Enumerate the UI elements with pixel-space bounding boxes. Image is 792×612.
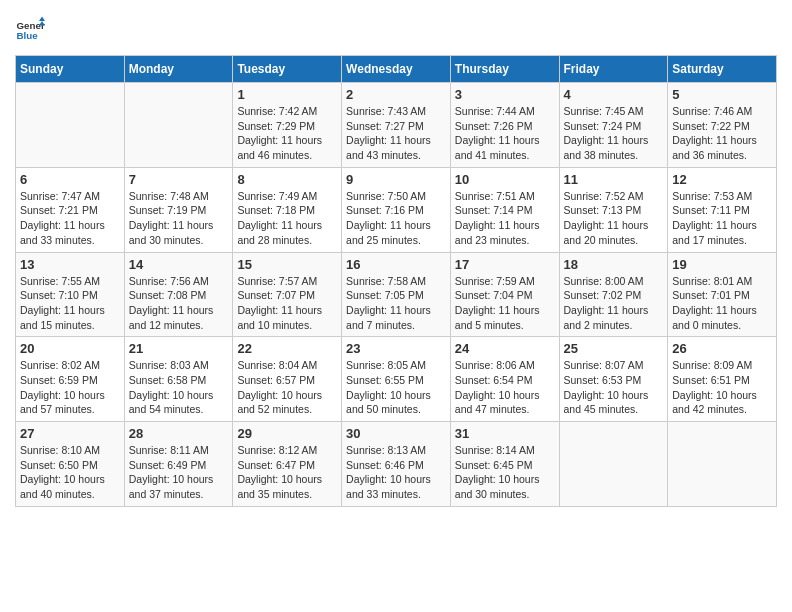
day-number: 27 [20,426,120,441]
day-of-week-header: Saturday [668,56,777,83]
calendar-cell: 24Sunrise: 8:06 AMSunset: 6:54 PMDayligh… [450,337,559,422]
logo-icon: General Blue [15,15,45,45]
day-detail: Sunrise: 8:03 AMSunset: 6:58 PMDaylight:… [129,358,229,417]
calendar-cell: 5Sunrise: 7:46 AMSunset: 7:22 PMDaylight… [668,83,777,168]
day-number: 1 [237,87,337,102]
calendar-cell: 31Sunrise: 8:14 AMSunset: 6:45 PMDayligh… [450,422,559,507]
day-detail: Sunrise: 7:53 AMSunset: 7:11 PMDaylight:… [672,189,772,248]
calendar-cell: 3Sunrise: 7:44 AMSunset: 7:26 PMDaylight… [450,83,559,168]
day-detail: Sunrise: 8:13 AMSunset: 6:46 PMDaylight:… [346,443,446,502]
day-detail: Sunrise: 7:47 AMSunset: 7:21 PMDaylight:… [20,189,120,248]
page-header: General Blue [15,15,777,45]
calendar-cell: 7Sunrise: 7:48 AMSunset: 7:19 PMDaylight… [124,167,233,252]
day-number: 5 [672,87,772,102]
day-number: 29 [237,426,337,441]
calendar-cell: 11Sunrise: 7:52 AMSunset: 7:13 PMDayligh… [559,167,668,252]
day-detail: Sunrise: 8:02 AMSunset: 6:59 PMDaylight:… [20,358,120,417]
day-detail: Sunrise: 7:59 AMSunset: 7:04 PMDaylight:… [455,274,555,333]
calendar-cell: 1Sunrise: 7:42 AMSunset: 7:29 PMDaylight… [233,83,342,168]
calendar-cell: 30Sunrise: 8:13 AMSunset: 6:46 PMDayligh… [342,422,451,507]
day-detail: Sunrise: 7:58 AMSunset: 7:05 PMDaylight:… [346,274,446,333]
day-number: 28 [129,426,229,441]
day-detail: Sunrise: 7:52 AMSunset: 7:13 PMDaylight:… [564,189,664,248]
day-of-week-header: Wednesday [342,56,451,83]
calendar-cell: 8Sunrise: 7:49 AMSunset: 7:18 PMDaylight… [233,167,342,252]
day-number: 13 [20,257,120,272]
svg-marker-2 [39,17,45,22]
calendar-cell: 28Sunrise: 8:11 AMSunset: 6:49 PMDayligh… [124,422,233,507]
calendar-cell: 9Sunrise: 7:50 AMSunset: 7:16 PMDaylight… [342,167,451,252]
day-number: 2 [346,87,446,102]
day-detail: Sunrise: 8:11 AMSunset: 6:49 PMDaylight:… [129,443,229,502]
day-detail: Sunrise: 8:06 AMSunset: 6:54 PMDaylight:… [455,358,555,417]
day-detail: Sunrise: 8:14 AMSunset: 6:45 PMDaylight:… [455,443,555,502]
day-detail: Sunrise: 7:56 AMSunset: 7:08 PMDaylight:… [129,274,229,333]
calendar-cell: 12Sunrise: 7:53 AMSunset: 7:11 PMDayligh… [668,167,777,252]
calendar-cell: 20Sunrise: 8:02 AMSunset: 6:59 PMDayligh… [16,337,125,422]
calendar-cell [668,422,777,507]
calendar-cell: 4Sunrise: 7:45 AMSunset: 7:24 PMDaylight… [559,83,668,168]
calendar-table: SundayMondayTuesdayWednesdayThursdayFrid… [15,55,777,507]
calendar-cell: 25Sunrise: 8:07 AMSunset: 6:53 PMDayligh… [559,337,668,422]
calendar-cell: 18Sunrise: 8:00 AMSunset: 7:02 PMDayligh… [559,252,668,337]
calendar-cell: 19Sunrise: 8:01 AMSunset: 7:01 PMDayligh… [668,252,777,337]
day-detail: Sunrise: 7:44 AMSunset: 7:26 PMDaylight:… [455,104,555,163]
day-number: 16 [346,257,446,272]
day-number: 14 [129,257,229,272]
calendar-cell [559,422,668,507]
calendar-cell: 21Sunrise: 8:03 AMSunset: 6:58 PMDayligh… [124,337,233,422]
day-of-week-header: Thursday [450,56,559,83]
day-detail: Sunrise: 7:46 AMSunset: 7:22 PMDaylight:… [672,104,772,163]
calendar-cell: 15Sunrise: 7:57 AMSunset: 7:07 PMDayligh… [233,252,342,337]
calendar-cell: 29Sunrise: 8:12 AMSunset: 6:47 PMDayligh… [233,422,342,507]
calendar-cell: 27Sunrise: 8:10 AMSunset: 6:50 PMDayligh… [16,422,125,507]
day-detail: Sunrise: 8:10 AMSunset: 6:50 PMDaylight:… [20,443,120,502]
calendar-header-row: SundayMondayTuesdayWednesdayThursdayFrid… [16,56,777,83]
calendar-cell: 17Sunrise: 7:59 AMSunset: 7:04 PMDayligh… [450,252,559,337]
day-detail: Sunrise: 8:00 AMSunset: 7:02 PMDaylight:… [564,274,664,333]
day-number: 12 [672,172,772,187]
day-of-week-header: Friday [559,56,668,83]
day-detail: Sunrise: 7:50 AMSunset: 7:16 PMDaylight:… [346,189,446,248]
day-detail: Sunrise: 7:55 AMSunset: 7:10 PMDaylight:… [20,274,120,333]
svg-text:Blue: Blue [17,30,39,41]
day-detail: Sunrise: 8:07 AMSunset: 6:53 PMDaylight:… [564,358,664,417]
day-number: 20 [20,341,120,356]
calendar-week-row: 20Sunrise: 8:02 AMSunset: 6:59 PMDayligh… [16,337,777,422]
day-detail: Sunrise: 7:43 AMSunset: 7:27 PMDaylight:… [346,104,446,163]
day-number: 30 [346,426,446,441]
day-number: 3 [455,87,555,102]
calendar-cell [124,83,233,168]
calendar-week-row: 13Sunrise: 7:55 AMSunset: 7:10 PMDayligh… [16,252,777,337]
day-number: 31 [455,426,555,441]
day-detail: Sunrise: 8:05 AMSunset: 6:55 PMDaylight:… [346,358,446,417]
day-detail: Sunrise: 7:45 AMSunset: 7:24 PMDaylight:… [564,104,664,163]
calendar-week-row: 27Sunrise: 8:10 AMSunset: 6:50 PMDayligh… [16,422,777,507]
day-detail: Sunrise: 7:42 AMSunset: 7:29 PMDaylight:… [237,104,337,163]
day-of-week-header: Tuesday [233,56,342,83]
day-number: 23 [346,341,446,356]
calendar-cell: 23Sunrise: 8:05 AMSunset: 6:55 PMDayligh… [342,337,451,422]
day-detail: Sunrise: 8:12 AMSunset: 6:47 PMDaylight:… [237,443,337,502]
day-of-week-header: Monday [124,56,233,83]
calendar-cell: 10Sunrise: 7:51 AMSunset: 7:14 PMDayligh… [450,167,559,252]
day-number: 8 [237,172,337,187]
day-number: 11 [564,172,664,187]
day-number: 24 [455,341,555,356]
calendar-cell: 26Sunrise: 8:09 AMSunset: 6:51 PMDayligh… [668,337,777,422]
day-number: 6 [20,172,120,187]
calendar-cell: 22Sunrise: 8:04 AMSunset: 6:57 PMDayligh… [233,337,342,422]
calendar-cell: 14Sunrise: 7:56 AMSunset: 7:08 PMDayligh… [124,252,233,337]
day-detail: Sunrise: 7:48 AMSunset: 7:19 PMDaylight:… [129,189,229,248]
day-number: 7 [129,172,229,187]
day-number: 10 [455,172,555,187]
day-number: 19 [672,257,772,272]
calendar-cell: 2Sunrise: 7:43 AMSunset: 7:27 PMDaylight… [342,83,451,168]
calendar-cell: 6Sunrise: 7:47 AMSunset: 7:21 PMDaylight… [16,167,125,252]
day-detail: Sunrise: 8:01 AMSunset: 7:01 PMDaylight:… [672,274,772,333]
day-detail: Sunrise: 8:09 AMSunset: 6:51 PMDaylight:… [672,358,772,417]
calendar-week-row: 6Sunrise: 7:47 AMSunset: 7:21 PMDaylight… [16,167,777,252]
day-number: 25 [564,341,664,356]
day-number: 22 [237,341,337,356]
calendar-cell: 13Sunrise: 7:55 AMSunset: 7:10 PMDayligh… [16,252,125,337]
